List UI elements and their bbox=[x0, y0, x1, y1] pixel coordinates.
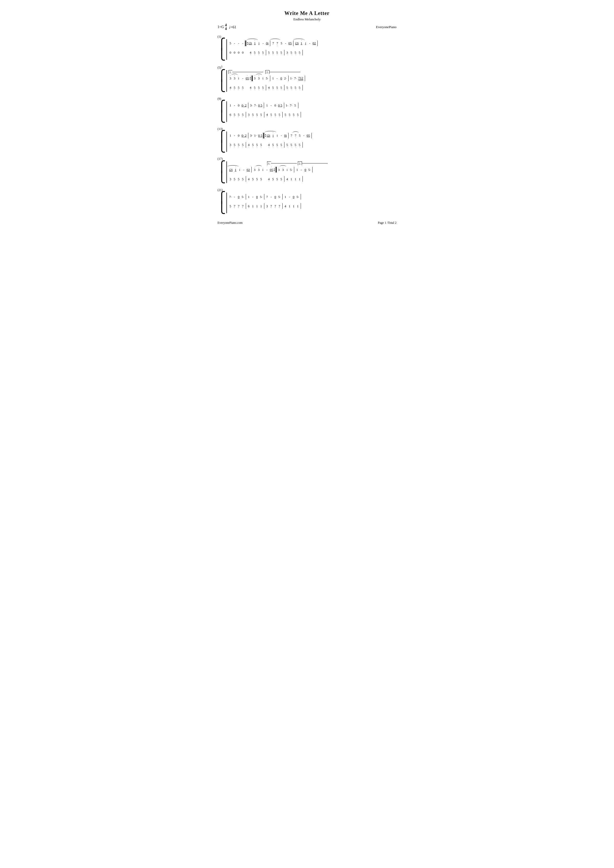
note: 3· bbox=[229, 143, 232, 147]
sys-lines-5: 1. 2. i2i 1· i - 02 3· bbox=[226, 161, 397, 183]
note: 4· bbox=[229, 85, 232, 90]
repeat-start bbox=[245, 40, 248, 46]
lower-line-2: 4· 5· 5· 5· 4· 5· 5· bbox=[228, 84, 397, 92]
upper-line-4: 1 - 0 0· 2 3· 1· 0 5 i2i i· bbox=[228, 132, 397, 140]
note: 5· bbox=[233, 177, 236, 181]
note: 3· bbox=[266, 204, 268, 208]
note: - bbox=[276, 76, 279, 81]
note: 5· bbox=[252, 143, 254, 147]
note: - bbox=[237, 41, 240, 45]
note: 5· bbox=[286, 143, 288, 147]
sys-lines-3: 1 - 0 0· 2 3· 7· 0 5 1 - 0 0 5 1· 7· 5 bbox=[226, 101, 397, 122]
note: i bbox=[238, 168, 241, 172]
slur-group: i2i 1· bbox=[294, 41, 304, 45]
barline bbox=[264, 203, 264, 209]
note: 6· bbox=[229, 113, 232, 117]
note: i bbox=[262, 168, 264, 172]
note: 05· bbox=[246, 76, 249, 81]
system-5: (17) ⎧⎩ 1. 2. i2i 1· bbox=[218, 157, 397, 183]
note: 5 bbox=[294, 103, 296, 107]
note: 5· bbox=[296, 113, 299, 117]
note: 7· bbox=[278, 204, 281, 208]
note: 1· bbox=[286, 103, 288, 107]
note: 05 bbox=[307, 133, 310, 138]
barline bbox=[246, 112, 246, 118]
note: 5· bbox=[292, 113, 295, 117]
note: 0i bbox=[266, 41, 268, 45]
barline bbox=[266, 85, 266, 90]
note: 3· bbox=[278, 168, 280, 172]
barline bbox=[302, 50, 303, 56]
barline bbox=[246, 194, 246, 200]
repeat-end-2 bbox=[274, 167, 277, 172]
upper-line-5: i2i 1· i - 02 3· 3· bbox=[228, 166, 397, 174]
note: 5· bbox=[252, 113, 254, 117]
note: 5· bbox=[280, 143, 283, 147]
note: 0i bbox=[284, 133, 287, 138]
note: 5· bbox=[237, 177, 240, 181]
note: 0 bbox=[292, 195, 295, 199]
note: - bbox=[262, 41, 264, 45]
note: 0 bbox=[229, 51, 232, 55]
note: 5· bbox=[298, 85, 301, 90]
note: 6· bbox=[248, 204, 250, 208]
note: 7· bbox=[270, 204, 273, 208]
note: 5· bbox=[253, 85, 256, 90]
note: - bbox=[266, 168, 268, 172]
brace-2: ⎧⎩ bbox=[218, 70, 226, 92]
barline bbox=[251, 167, 252, 172]
barline bbox=[312, 133, 312, 138]
note: 712 bbox=[298, 76, 304, 81]
volta-1b: 1. bbox=[267, 161, 271, 165]
system-1: (1) ⎧⎩ 5 - - - i2i bbox=[218, 35, 397, 60]
note: 5· bbox=[298, 51, 301, 55]
barline bbox=[270, 40, 270, 46]
note: 7· bbox=[242, 204, 244, 208]
note: 5 bbox=[298, 133, 301, 138]
barline bbox=[282, 112, 283, 118]
barline bbox=[266, 50, 266, 56]
note: 5 bbox=[229, 41, 232, 45]
note: 1· bbox=[254, 133, 257, 138]
system-6: (21) ⎧⎩ 7· - 0 5· 1 - 0 5· 7 - 0 5· bbox=[218, 188, 397, 213]
footer-right: Page 1 /Total 2 bbox=[378, 221, 396, 225]
note: 02 bbox=[247, 168, 250, 172]
note: 5· bbox=[272, 143, 274, 147]
barline bbox=[246, 176, 246, 182]
lower-line-1: 0 0 0 0 4· 5· 5· 5· bbox=[228, 48, 397, 57]
barline bbox=[301, 112, 301, 118]
tempo: ♩=61 bbox=[228, 25, 236, 29]
barline bbox=[301, 203, 301, 209]
note: 5· bbox=[233, 113, 236, 117]
note: - bbox=[270, 103, 272, 107]
lower-line-6: 5· 7· 7· 7· 6· 1· 1· bbox=[228, 202, 397, 210]
slur-group: 3· bbox=[257, 168, 261, 172]
note: 3· bbox=[253, 76, 256, 81]
note: 3· bbox=[250, 133, 253, 138]
note: 1 bbox=[266, 103, 268, 107]
barline bbox=[246, 203, 246, 209]
system-3: (9) ⎧⎩ 1 - 0 0· 2 3· 7· 0 5 1 - 0 0 5 bbox=[218, 97, 397, 122]
note: 5· bbox=[270, 113, 273, 117]
note: 1 bbox=[284, 195, 287, 199]
note: 05 bbox=[288, 41, 291, 45]
note: 5· bbox=[290, 143, 293, 147]
lower-line-3: 6· 5· 5· 5· 3· 5· 5· bbox=[228, 111, 397, 119]
upper-line-6: 7· - 0 5· 1 - 0 5· 7 - 0 5· 1 - 0 5· bbox=[228, 192, 397, 201]
barline bbox=[302, 176, 303, 182]
note: 5· bbox=[274, 113, 277, 117]
note: 5· bbox=[242, 113, 244, 117]
upper-line-1: 5 - - - i2i 1· i - bbox=[228, 39, 397, 47]
barline bbox=[264, 112, 264, 118]
note: 7· bbox=[233, 204, 236, 208]
note: 4· bbox=[268, 85, 270, 90]
note: - bbox=[242, 41, 244, 45]
lower-line-4: 3· 5· 5· 5· 4· 5· 5· bbox=[228, 141, 397, 149]
note: 5· bbox=[278, 195, 281, 199]
note: 5· bbox=[308, 168, 311, 172]
note: 5· bbox=[252, 177, 254, 181]
note: 5· bbox=[257, 51, 260, 55]
note: 5· bbox=[266, 76, 268, 81]
note: 1 bbox=[296, 168, 298, 172]
note: 1· bbox=[260, 204, 262, 208]
